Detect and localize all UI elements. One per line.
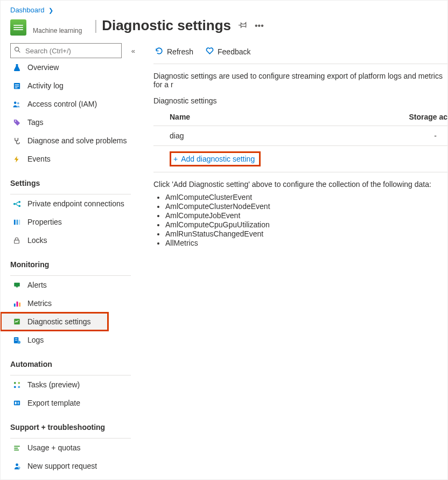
more-icon[interactable]: ••• <box>255 21 264 31</box>
table-row[interactable]: diag - <box>153 126 447 146</box>
resource-type-label: Machine learning <box>33 27 82 34</box>
sidebar-item-usage-quotas[interactable]: Usage + quotas <box>10 439 141 457</box>
sidebar-item-new-support[interactable]: New support request <box>10 457 141 471</box>
svg-point-23 <box>17 340 20 344</box>
svg-rect-30 <box>17 401 19 404</box>
sidebar-item-export-template[interactable]: Export template <box>10 394 141 412</box>
sidebar-item-tags[interactable]: Tags <box>10 113 141 131</box>
svg-point-25 <box>18 381 20 384</box>
list-item: AllMetrics <box>165 239 447 247</box>
breadcrumb-dashboard[interactable]: Dashboard <box>10 6 45 14</box>
svg-point-27 <box>18 386 20 388</box>
svg-rect-15 <box>15 240 19 243</box>
sidebar-section-automation: Automation <box>10 360 141 372</box>
svg-point-24 <box>13 381 16 384</box>
divider: | <box>94 17 97 34</box>
sidebar-item-label: Logs <box>27 336 44 344</box>
sidebar-item-access-control[interactable]: Access control (IAM) <box>10 95 141 113</box>
search-icon <box>14 46 21 55</box>
table-heading: Diagnostic settings <box>153 96 447 105</box>
sidebar-section-settings: Settings <box>10 179 141 191</box>
sidebar-item-label: Access control (IAM) <box>27 100 97 108</box>
properties-icon <box>11 218 22 226</box>
sidebar-item-private-endpoint[interactable]: Private endpoint connections <box>10 194 141 213</box>
sidebar-item-label: Diagnose and solve problems <box>27 136 127 145</box>
resource-icon <box>10 19 26 36</box>
svg-rect-14 <box>19 219 20 224</box>
svg-rect-12 <box>13 219 15 224</box>
add-diagnostic-setting-button[interactable]: + Add diagnostic setting <box>170 151 261 166</box>
sidebar-item-label: Export template <box>27 399 80 407</box>
svg-rect-28 <box>13 400 19 405</box>
refresh-button[interactable]: Refresh <box>155 46 193 58</box>
quota-icon <box>11 444 22 451</box>
svg-point-10 <box>18 200 20 203</box>
sidebar-item-label: Locks <box>27 236 47 245</box>
sidebar-item-diagnose-solve[interactable]: Diagnose and solve problems <box>10 131 141 150</box>
endpoint-icon <box>11 200 22 208</box>
diagnostic-settings-icon <box>11 318 22 325</box>
svg-point-9 <box>13 203 15 205</box>
svg-rect-32 <box>14 448 18 449</box>
svg-rect-17 <box>16 287 18 288</box>
svg-line-1 <box>18 51 20 52</box>
sidebar-item-label: Diagnostic settings <box>27 317 91 326</box>
lock-icon <box>11 236 22 245</box>
collapse-sidebar-icon[interactable]: « <box>131 47 135 55</box>
refresh-label: Refresh <box>167 47 193 56</box>
pin-icon[interactable] <box>239 20 247 31</box>
flask-icon <box>11 64 22 72</box>
sidebar-item-metrics[interactable]: Metrics <box>10 294 141 312</box>
svg-rect-29 <box>15 401 16 404</box>
sidebar-item-label: Metrics <box>27 299 52 308</box>
logs-icon <box>11 336 22 344</box>
svg-rect-33 <box>14 450 19 451</box>
support-icon <box>11 462 22 470</box>
sidebar-item-label: Properties <box>27 218 62 226</box>
sidebar-section-monitoring: Monitoring <box>10 260 141 272</box>
svg-rect-20 <box>19 302 20 307</box>
list-item: AmlComputeJobEvent <box>165 211 447 220</box>
lightning-icon <box>11 155 22 163</box>
svg-point-6 <box>14 101 17 104</box>
chevron-right-icon: ❯ <box>46 7 55 13</box>
instruction-text: Click 'Add Diagnostic setting' above to … <box>153 180 447 189</box>
tasks-icon <box>11 381 22 389</box>
sidebar-item-events[interactable]: Events <box>10 150 141 168</box>
sidebar-item-tasks[interactable]: Tasks (preview) <box>10 375 141 394</box>
activity-log-icon <box>11 82 22 90</box>
column-storage: Storage ac <box>297 108 447 126</box>
svg-point-34 <box>16 463 18 466</box>
sidebar-item-label: Tags <box>27 118 44 127</box>
svg-point-0 <box>15 47 19 51</box>
heart-icon <box>205 46 214 58</box>
search-box[interactable] <box>10 43 122 58</box>
search-input[interactable] <box>24 46 118 55</box>
divider <box>153 64 447 64</box>
breadcrumb: Dashboard ❯ <box>1 1 447 16</box>
export-template-icon <box>11 399 22 407</box>
sidebar-item-properties[interactable]: Properties <box>10 213 141 231</box>
list-item: AmlRunStatusChangedEvent <box>165 229 447 238</box>
add-diagnostic-label: Add diagnostic setting <box>181 155 255 163</box>
sidebar-item-label: Usage + quotas <box>27 443 80 452</box>
refresh-icon <box>155 46 164 58</box>
alerts-icon <box>11 281 22 289</box>
svg-rect-31 <box>14 446 20 447</box>
sidebar-item-diagnostic-settings[interactable]: Diagnostic settings <box>1 312 108 331</box>
svg-rect-3 <box>15 84 19 85</box>
content-area: Refresh Feedback Diagnostic settings are… <box>141 40 447 471</box>
sidebar-item-label: Overview <box>27 63 59 72</box>
sidebar-item-activity-log[interactable]: Activity log <box>10 76 141 95</box>
sidebar-item-alerts[interactable]: Alerts <box>10 276 141 294</box>
feedback-button[interactable]: Feedback <box>205 46 250 58</box>
tag-icon <box>11 119 22 127</box>
sidebar-item-locks[interactable]: Locks <box>10 231 141 249</box>
diagnose-icon <box>11 137 22 145</box>
metrics-icon <box>11 300 22 308</box>
cell-storage: - <box>297 126 447 146</box>
sidebar-item-logs[interactable]: Logs <box>10 331 141 349</box>
sidebar-item-overview[interactable]: Overview <box>10 58 141 76</box>
svg-rect-4 <box>15 86 19 86</box>
people-icon <box>11 100 22 108</box>
